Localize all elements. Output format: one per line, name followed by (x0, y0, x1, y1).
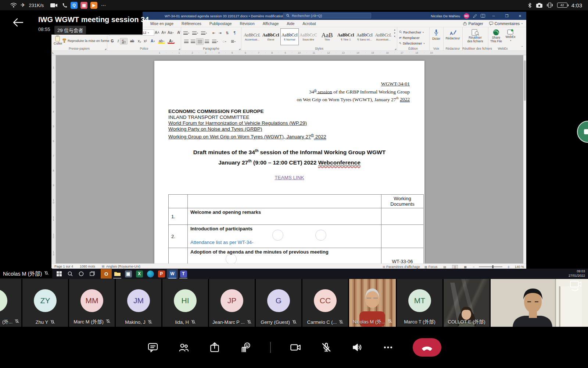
attendance-link[interactable]: Attendance list as per WT-34- (190, 240, 379, 245)
collapse-ribbon-icon[interactable]: ⌃ (521, 46, 523, 49)
zoom-slider-thumb[interactable] (492, 265, 494, 268)
teams-link[interactable]: TEAMS LINK (275, 175, 304, 180)
dialog-launcher-icon[interactable]: ◢ (178, 47, 180, 50)
reuse-files-button[interactable]: Réutiliser des fichiers (462, 29, 488, 43)
hang-up-button[interactable] (413, 338, 441, 357)
tab-acrobat[interactable]: Acrobat (298, 21, 320, 26)
sort-button[interactable]: ⇅ (224, 30, 231, 36)
close-button[interactable]: ✕ (515, 12, 525, 20)
taskbar-explorer-icon[interactable] (112, 269, 123, 279)
styles-scroll-down-icon[interactable]: ▼ (394, 32, 396, 34)
cortana-icon[interactable] (76, 269, 87, 279)
reactions-icon[interactable] (239, 341, 252, 354)
minimize-button[interactable]: ─ (489, 12, 498, 20)
justify-button[interactable] (203, 38, 210, 44)
find-button[interactable]: Rechercher▾ (399, 29, 425, 35)
styles-scroll-up-icon[interactable]: ▲ (394, 29, 396, 31)
back-icon[interactable] (12, 18, 24, 27)
change-case-button[interactable]: Aa▾ (167, 29, 174, 35)
tab-selector[interactable]: L (52, 51, 54, 54)
numbering-button[interactable]: ▾ (191, 30, 199, 36)
participant-tile[interactable]: MM Marc M (外部) (69, 279, 115, 327)
dictate-button[interactable]: Dicter (429, 29, 443, 41)
participant-tile[interactable]: MT Marco T (外部) (397, 279, 442, 327)
multilevel-list-button[interactable]: ▾ (200, 30, 208, 36)
taskbar-outlook-icon[interactable]: O (101, 269, 112, 279)
pen-icon[interactable] (473, 14, 477, 18)
avatar[interactable]: ND (464, 13, 469, 19)
task-view-icon[interactable] (87, 269, 98, 279)
start-button[interactable] (54, 269, 65, 279)
taskbar-teams-icon[interactable]: T (178, 269, 189, 279)
borders-button[interactable]: ⊞▾ (230, 38, 237, 44)
style-normal[interactable]: AaBbCcI¶ Normal (280, 28, 299, 45)
dialog-launcher-icon[interactable]: ◢ (239, 47, 240, 50)
scrollbar[interactable] (523, 55, 526, 263)
microphone-muted-icon[interactable] (320, 341, 333, 354)
app-orange-icon[interactable]: ▶ (90, 2, 97, 9)
format-painter-button[interactable]: Reproduire la mise en forme (62, 39, 110, 43)
align-left-button[interactable] (183, 38, 190, 44)
display-settings-button[interactable]: ⊟Paramètres d'affichage (383, 265, 420, 269)
bullets-button[interactable]: ▾ (183, 30, 190, 36)
horizontal-ruler[interactable]: L 1 · · 1 · 2 · 3 · 4 · 5 · 6 · 7 · 8 · … (51, 51, 526, 55)
style-titre[interactable]: AaBTitre (318, 28, 336, 45)
participant-tile[interactable]: G Gerry (Guest) (256, 279, 301, 327)
strikethrough-button[interactable]: ab (129, 38, 136, 44)
camera-icon[interactable] (289, 341, 302, 354)
comments-button[interactable]: Commentaires▾ (489, 21, 523, 26)
font-size-combo[interactable]: 12▾ (141, 29, 154, 36)
switch-camera-icon[interactable] (569, 280, 581, 291)
reading-mode-icon[interactable] (481, 14, 485, 18)
participant-tile[interactable]: ZY Zhu Y (22, 279, 68, 327)
tab-references[interactable]: Références (178, 21, 205, 26)
select-button[interactable]: ⇖Sélectionner▾ (399, 40, 425, 46)
superscript-button[interactable]: x² (142, 38, 149, 44)
participant-tile[interactable]: CC Carmelo C (... (302, 279, 348, 327)
paste-button[interactable]: Coller (54, 35, 62, 45)
scrollbar-thumb[interactable] (524, 60, 526, 101)
participant-tile[interactable]: JP Jean-Marc P ... (209, 279, 255, 327)
style-titre1[interactable]: AaBbCcI¶ Titre 1 (337, 28, 355, 45)
taskbar-powerpoint-icon[interactable]: P (156, 269, 167, 279)
zoom-level[interactable]: 140 % (514, 265, 524, 269)
webex-share-file-button[interactable]: Share This File (489, 29, 503, 43)
style-accent1[interactable]: AaBbCcLAccentuat... (243, 28, 261, 45)
text-effects-button[interactable]: A▾ (149, 38, 156, 44)
participant-tile[interactable]: HI Iida, H (162, 279, 208, 327)
shrink-font-button[interactable]: A˅ (160, 29, 167, 35)
zoom-slider[interactable] (479, 266, 502, 267)
word-count[interactable]: 1080 mots (80, 265, 95, 268)
taskbar-excel-icon[interactable]: X (134, 269, 145, 279)
grow-font-button[interactable]: A˄ (154, 29, 161, 35)
style-accent2[interactable]: AaBbCcLAccentuat... (374, 28, 392, 45)
align-right-button[interactable] (196, 38, 204, 45)
tab-mise-en-page[interactable]: Mise en page (146, 21, 178, 26)
taskbar-clock[interactable]: 09:03 27/01/2022 (569, 269, 585, 278)
print-layout-button[interactable]: ▯ (452, 265, 458, 269)
tab-revision[interactable]: Révision (236, 21, 258, 26)
dialog-launcher-icon[interactable]: ◢ (394, 47, 396, 50)
vertical-ruler[interactable]: 1 2 3 4 5 6 7 8 9 10 11 12 13 14 (51, 55, 56, 263)
tab-aide[interactable]: Aide (283, 21, 298, 26)
font-color-button[interactable]: A▾ (168, 38, 175, 44)
participant-tile[interactable]: JM Makino, J (116, 279, 161, 327)
styles-gallery-more-icon[interactable]: ▼̱ (394, 35, 396, 38)
underline-button[interactable]: S▾ (120, 38, 128, 45)
read-mode-button[interactable]: ▤ (442, 265, 448, 269)
app-red-icon[interactable]: ▣ (80, 2, 87, 9)
editor-button[interactable]: Rédacteur (443, 29, 462, 40)
taskbar-edge-icon[interactable] (145, 269, 156, 279)
participant-tile[interactable]: (外... (0, 279, 21, 327)
floating-meeting-button[interactable] (577, 121, 588, 143)
dialog-launcher-icon[interactable]: ◢ (104, 47, 106, 50)
app-blue-icon[interactable]: Q (71, 2, 78, 9)
participants-icon[interactable] (178, 341, 190, 354)
tab-publipostage[interactable]: Publipostage (205, 21, 236, 26)
web-layout-button[interactable]: ▦ (462, 265, 468, 269)
webex-button[interactable]: WebEx ▾ (504, 29, 517, 42)
style-sans-interligne[interactable]: AaBbCcI¶ Sans int... (355, 28, 374, 45)
focus-button[interactable]: ▥Focus (424, 265, 437, 269)
tab-affichage[interactable]: Affichage (259, 21, 283, 26)
participant-count-chip[interactable]: 29 位与会者 (54, 26, 86, 34)
